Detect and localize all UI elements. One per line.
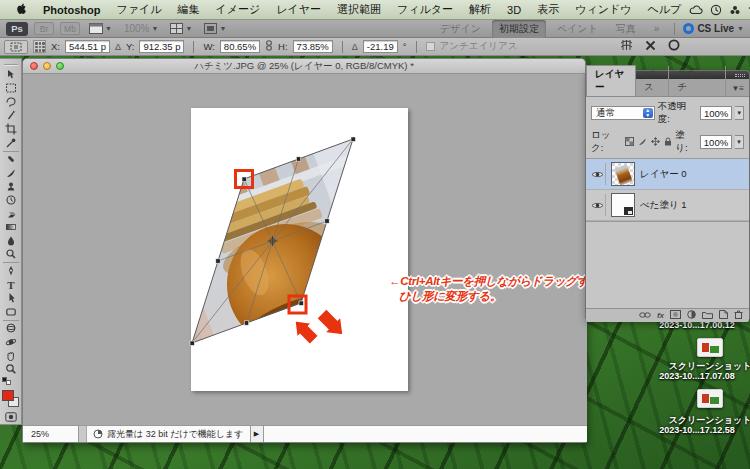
- lock-position-icon[interactable]: [651, 137, 660, 148]
- zoom-window-button[interactable]: [56, 62, 64, 70]
- fill-dropdown-icon[interactable]: ▼: [735, 135, 744, 149]
- screen-mode-dropdown[interactable]: ▼: [201, 22, 229, 35]
- adjustment-layer-icon[interactable]: [687, 310, 696, 321]
- handle-right-middle[interactable]: [325, 219, 329, 223]
- tool-gradient[interactable]: [1, 220, 21, 234]
- visibility-eye-icon[interactable]: [590, 163, 606, 185]
- handle-top-right[interactable]: [351, 137, 355, 141]
- opacity-field[interactable]: 100%: [700, 106, 732, 120]
- arrange-documents-dropdown[interactable]: ▼: [167, 22, 195, 35]
- tab-paths[interactable]: パス: [636, 66, 669, 96]
- canvas-area[interactable]: ←Ctrl+Altキーを押しながらドラッグすると ひし形に変形する。: [23, 74, 587, 427]
- menu-layer[interactable]: レイヤー: [268, 2, 329, 17]
- tool-eyedropper[interactable]: [1, 136, 21, 150]
- menu-select[interactable]: 選択範囲: [329, 2, 389, 17]
- opacity-dropdown-icon[interactable]: ▼: [735, 106, 744, 120]
- tab-layers[interactable]: レイヤー: [586, 65, 636, 96]
- layer-name[interactable]: べた塗り 1: [640, 199, 687, 212]
- cloud-icon[interactable]: [689, 5, 703, 15]
- add-mask-icon[interactable]: [670, 310, 681, 321]
- new-group-icon[interactable]: [702, 310, 713, 321]
- tab-swatches[interactable]: スウォッチ: [669, 66, 726, 96]
- view-extras-dropdown[interactable]: ▼: [86, 22, 115, 35]
- angle-field[interactable]: -21.19: [363, 40, 398, 53]
- desktop-file-icon[interactable]: [697, 338, 723, 357]
- tool-lasso[interactable]: [1, 95, 21, 109]
- fill-field[interactable]: 100%: [700, 135, 732, 149]
- width-field[interactable]: 80.65%: [220, 40, 260, 53]
- tool-clone-stamp[interactable]: [1, 180, 21, 194]
- layer-style-icon[interactable]: fx: [657, 311, 664, 320]
- commit-transform-icon[interactable]: [668, 39, 680, 54]
- handle-top-left[interactable]: [242, 177, 246, 181]
- relative-position-toggle[interactable]: Δ: [115, 42, 121, 52]
- menu-edit[interactable]: 編集: [169, 2, 207, 17]
- link-layers-icon[interactable]: [639, 310, 651, 321]
- handle-bottom-middle[interactable]: [244, 321, 248, 325]
- menu-image[interactable]: イメージ: [207, 2, 268, 17]
- lock-transparency-icon[interactable]: [625, 137, 634, 148]
- y-position-field[interactable]: 912.35 p: [139, 40, 184, 53]
- menu-help[interactable]: ヘルプ: [639, 2, 689, 17]
- bridge-button[interactable]: Br: [34, 22, 54, 35]
- menu-analysis[interactable]: 解析: [461, 2, 499, 17]
- link-dimensions-icon[interactable]: [265, 40, 273, 53]
- warp-mode-toggle-icon[interactable]: [620, 39, 633, 54]
- desktop-file-label[interactable]: 2023-10...17.07.08: [632, 371, 750, 381]
- tool-type[interactable]: T: [1, 278, 21, 292]
- menu-3d[interactable]: 3D: [499, 4, 529, 16]
- airport-fan-icon[interactable]: [729, 4, 741, 16]
- cs-live-button[interactable]: CS Live▼: [683, 23, 744, 34]
- desktop-file-label[interactable]: 2023-10...17.12.58: [632, 425, 750, 435]
- handle-bottom-right[interactable]: [299, 301, 303, 305]
- mini-bridge-button[interactable]: Mb: [60, 22, 80, 35]
- status-message[interactable]: 露光量は 32 bit だけで機能します: [87, 426, 251, 442]
- layer-thumbnail[interactable]: [611, 193, 635, 217]
- tool-hand[interactable]: [1, 349, 21, 363]
- menu-file[interactable]: ファイル: [108, 2, 169, 17]
- status-options-arrow[interactable]: ▶: [251, 426, 264, 442]
- tool-brush[interactable]: [1, 166, 21, 180]
- workspace-overflow[interactable]: »: [647, 21, 667, 36]
- layer-row-fill-1[interactable]: べた塗り 1: [586, 190, 749, 221]
- antialias-checkbox[interactable]: [426, 42, 435, 51]
- tool-healing-brush[interactable]: [1, 153, 21, 167]
- workspace-photo[interactable]: 写真: [609, 20, 643, 38]
- zoom-level-dropdown[interactable]: 100%▼: [121, 22, 162, 35]
- panel-menu-icon[interactable]: ▼≡: [726, 84, 749, 96]
- document-title-bar[interactable]: ハチミツ.JPG @ 25% (レイヤー 0, RGB/8/CMYK) *: [23, 59, 585, 74]
- layer-thumbnail[interactable]: [611, 162, 635, 186]
- tool-eraser[interactable]: [1, 207, 21, 221]
- lock-pixels-icon[interactable]: [638, 137, 647, 148]
- tool-3d-orbit[interactable]: [1, 335, 21, 349]
- lock-all-icon[interactable]: [664, 137, 672, 148]
- menu-window[interactable]: ウィンドウ: [567, 2, 639, 17]
- reference-point-locator[interactable]: [33, 40, 46, 53]
- tool-crop[interactable]: [1, 122, 21, 136]
- time-machine-icon[interactable]: [710, 4, 722, 16]
- tool-zoom[interactable]: [1, 362, 21, 376]
- height-field[interactable]: 73.85%: [293, 40, 333, 53]
- menu-photoshop[interactable]: Photoshop: [35, 4, 108, 16]
- tool-dodge[interactable]: [1, 248, 21, 262]
- minimize-window-button[interactable]: [43, 62, 51, 70]
- apple-menu[interactable]: [8, 2, 35, 17]
- menu-filter[interactable]: フィルター: [389, 2, 461, 17]
- workspace-essentials[interactable]: 初期設定: [492, 20, 546, 38]
- tool-move[interactable]: [1, 68, 21, 82]
- quick-mask-button[interactable]: [1, 411, 21, 425]
- foreground-color-swatch[interactable]: [2, 390, 14, 401]
- layer-name[interactable]: レイヤー 0: [640, 168, 687, 181]
- visibility-eye-icon[interactable]: [590, 194, 606, 216]
- close-window-button[interactable]: [30, 62, 38, 70]
- tool-magic-wand[interactable]: [1, 109, 21, 123]
- honey-jar-photo[interactable]: [97, 74, 470, 427]
- delete-layer-icon[interactable]: [734, 310, 743, 321]
- desktop-file-icon[interactable]: [697, 389, 723, 408]
- tool-3d-rotate[interactable]: [1, 322, 21, 336]
- x-position-field[interactable]: 544.51 p: [65, 40, 110, 53]
- tool-preset-picker[interactable]: [4, 40, 28, 54]
- tool-pen[interactable]: [1, 264, 21, 278]
- tools-grip[interactable]: [4, 64, 18, 66]
- new-layer-icon[interactable]: [719, 310, 728, 321]
